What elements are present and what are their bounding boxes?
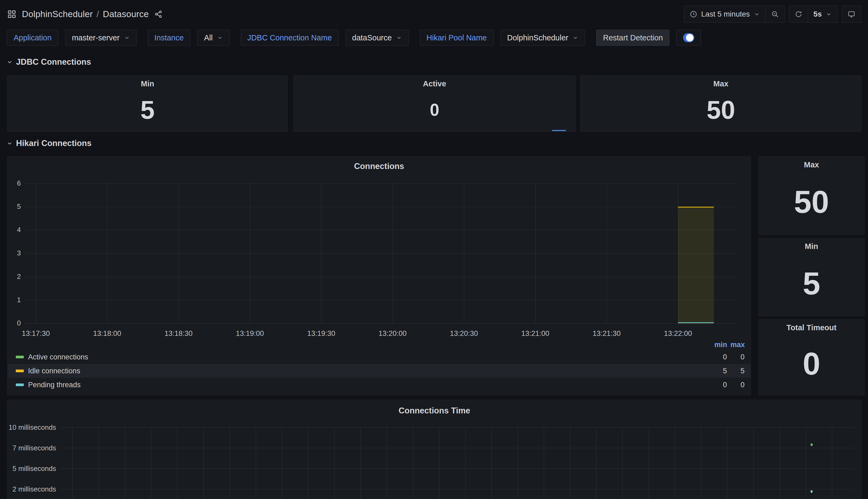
gridline: [622, 427, 623, 499]
x-axis-tick-label: 13:21:00: [514, 329, 557, 338]
gridline: [203, 427, 204, 499]
gridline: [107, 183, 108, 323]
legend-max-header[interactable]: max: [727, 341, 745, 349]
stat-panel-hikari-max: Max 50: [758, 156, 865, 235]
gridline: [464, 183, 464, 323]
variable-value-hikari-pool-name[interactable]: DolphinScheduler: [501, 30, 585, 46]
gridline: [361, 427, 361, 499]
connections-chart-panel: Connections min max Active connections 0…: [7, 156, 751, 395]
legend-max-value: 0: [727, 353, 744, 361]
gridline: [491, 427, 492, 499]
gridline: [570, 427, 570, 499]
legend-label[interactable]: Active connections: [28, 353, 88, 361]
legend-min-value: 5: [708, 367, 727, 375]
variable-value-application[interactable]: master-server: [65, 30, 137, 46]
breadcrumb-dashboard[interactable]: DolphinScheduler: [22, 9, 93, 19]
legend-row-active-connections: Active connections 0 0: [8, 350, 751, 364]
legend-min-header[interactable]: min: [708, 341, 727, 349]
panel-title[interactable]: Active: [423, 80, 446, 88]
variable-value-text: All: [204, 34, 212, 42]
y-axis-tick-label: 2 milliseconds: [8, 485, 56, 494]
panel-title[interactable]: Max: [713, 80, 728, 88]
breadcrumb[interactable]: DolphinScheduler / Datasource: [22, 9, 149, 19]
breadcrumb-page[interactable]: Datasource: [103, 9, 149, 19]
gridline: [413, 427, 413, 499]
restart-detection-toggle[interactable]: [676, 30, 701, 46]
chevron-down-icon: [573, 35, 578, 41]
section-hikari-connections[interactable]: Hikari Connections: [7, 136, 92, 150]
refresh-interval-button[interactable]: 5s: [808, 6, 837, 23]
gridline: [25, 183, 738, 184]
gridline: [544, 427, 544, 499]
grafana-dashboard: DolphinScheduler / Datasource: [0, 0, 868, 499]
gridline: [151, 427, 151, 499]
refresh-interval-label: 5s: [814, 10, 822, 19]
stat-value: 50: [794, 169, 829, 234]
tv-kiosk-button[interactable]: [842, 6, 861, 23]
panel-title[interactable]: Max: [804, 160, 819, 169]
x-axis-tick-label: 13:19:00: [228, 329, 271, 338]
chevron-down-icon: [754, 11, 760, 17]
y-axis-tick-label: 1: [8, 296, 21, 304]
gridline: [701, 427, 701, 499]
refresh-icon: [794, 10, 803, 18]
gridline: [178, 183, 179, 323]
restart-detection-label: Restart Detection: [596, 30, 669, 46]
variable-value-jdbc-connection-name[interactable]: dataSource: [345, 30, 408, 46]
gridline: [60, 427, 854, 428]
legend-max-value: 5: [727, 367, 744, 375]
legend-label[interactable]: Pending threads: [28, 381, 81, 389]
variable-label-jdbc-connection-name: JDBC Connection Name: [241, 30, 339, 46]
apps-grid-icon[interactable]: [7, 9, 16, 19]
panel-title[interactable]: Min: [141, 80, 154, 88]
y-axis-tick-label: 10 milliseconds: [8, 423, 56, 431]
active-sparkline: [552, 130, 566, 131]
zoom-out-button[interactable]: [765, 6, 784, 23]
legend-min-value: 0: [708, 353, 727, 361]
clock-icon: [690, 10, 697, 18]
gridline: [439, 427, 439, 499]
gridline: [282, 427, 282, 499]
variable-label-application: Application: [7, 30, 58, 46]
gridline: [60, 468, 854, 469]
stat-value: 0: [430, 88, 439, 132]
gridline: [250, 183, 250, 323]
gridline: [99, 427, 99, 499]
time-range-button[interactable]: Last 5 minutes: [684, 6, 765, 23]
refresh-button[interactable]: [789, 6, 808, 23]
variables-row: Application master-server Instance All J…: [7, 29, 861, 47]
gridline: [125, 427, 125, 499]
y-axis-tick-label: 0: [8, 319, 21, 327]
variable-value-text: DolphinScheduler: [507, 34, 568, 42]
section-jdbc-connections[interactable]: JDBC Connections: [7, 55, 91, 69]
pending-threads-line: [678, 322, 714, 323]
chevron-down-icon: [124, 35, 130, 41]
y-axis-tick-label: 5 milliseconds: [8, 464, 56, 473]
panel-title[interactable]: Connections: [8, 161, 751, 171]
x-axis-tick-label: 13:19:30: [300, 329, 343, 338]
variable-value-instance[interactable]: All: [197, 30, 229, 46]
legend-max-value: 0: [727, 381, 744, 389]
breadcrumb-separator: /: [97, 9, 99, 19]
time-picker-group: Last 5 minutes: [684, 5, 784, 23]
variable-value-text: dataSource: [352, 34, 392, 42]
x-axis-tick-label: 13:22:00: [657, 329, 700, 338]
kiosk-group: [842, 5, 861, 23]
gridline: [334, 427, 335, 499]
panel-title[interactable]: Connections Time: [8, 406, 861, 416]
gridline: [25, 323, 738, 324]
legend-swatch-teal: [16, 384, 24, 386]
gridline: [518, 427, 518, 499]
panel-title[interactable]: Total Timeout: [787, 323, 836, 332]
share-icon[interactable]: [154, 10, 163, 19]
panel-title[interactable]: Min: [805, 242, 818, 251]
stat-panel-jdbc-min: Min 5: [7, 75, 288, 132]
toggle-on[interactable]: [683, 33, 694, 42]
gridline: [535, 183, 536, 323]
stat-value: 5: [803, 251, 820, 316]
gridline: [25, 253, 738, 254]
x-axis-tick-label: 13:18:30: [157, 329, 200, 338]
gridline: [25, 300, 738, 300]
gridline: [806, 427, 806, 499]
legend-label[interactable]: Idle connections: [28, 367, 80, 375]
